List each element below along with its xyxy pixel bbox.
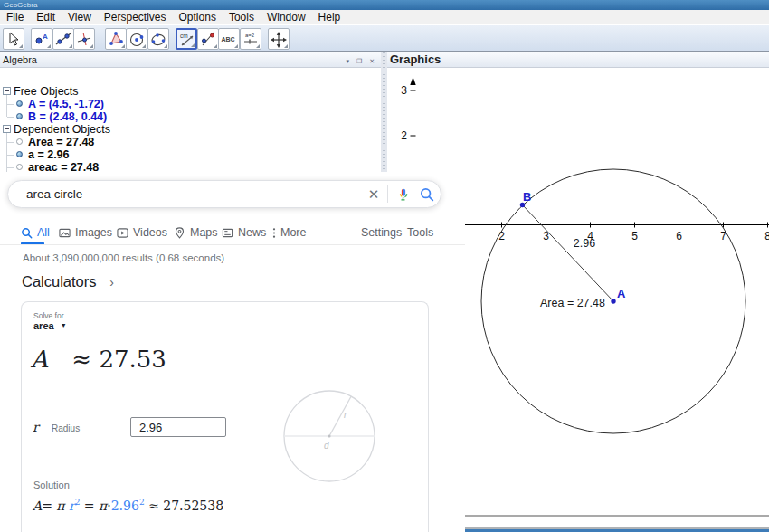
visibility-marble-icon[interactable] [16,113,23,119]
point-tool-button[interactable]: A [31,28,52,50]
algebra-group-dependent-objects[interactable]: Dependent Objects [0,123,381,136]
circle-tool-button[interactable] [126,28,147,50]
y-tick-label: 3 [401,84,407,97]
settings-menu[interactable]: Settings [361,223,402,242]
x-tick-label: 8 [764,230,769,242]
circle-diagram: r d [282,389,376,483]
abc-label: ABC [222,36,235,43]
tab-label: News [238,226,266,239]
tab-news[interactable]: News [222,223,266,242]
ellipse-tool-button[interactable] [147,28,169,50]
chevron-right-icon: › [109,275,114,290]
point-A[interactable] [611,299,615,303]
menu-tools[interactable]: Tools [229,11,254,24]
perpendicular-line-tool-button[interactable] [73,28,95,50]
tools-menu[interactable]: Tools [407,223,433,242]
menu-options[interactable]: Options [179,11,216,24]
center-dot [328,434,330,437]
tool-dropdown-arrow[interactable] [284,44,288,48]
menu-edit[interactable]: Edit [36,11,55,24]
clear-search-icon[interactable]: ✕ [365,185,383,204]
reflect-tool-button[interactable] [197,28,219,50]
tool-dropdown-arrow[interactable] [90,44,93,48]
tab-all[interactable]: All [21,223,50,242]
tool-dropdown-arrow[interactable] [142,44,146,48]
line-tool-button[interactable] [52,28,74,50]
diagram-radius-label: r [344,410,347,420]
menu-view[interactable]: View [68,11,91,24]
formula-radius-value[interactable]: 2.96 [111,499,139,513]
diagram-diameter-label: d [324,441,329,451]
formula-r: r [69,499,75,513]
move-graphics-view-tool-button[interactable] [268,28,290,50]
algebra-item-text: A = (4.5, -1.72) [28,98,104,110]
algebra-item-text: B = (2.48, 0.44) [28,110,107,123]
formula-pi: π [56,499,64,513]
search-icon [21,227,33,239]
tool-dropdown-arrow[interactable] [256,44,260,48]
algebra-item-Area[interactable]: Area = 27.48 [0,136,381,148]
algebra-item-text: Area = 27.48 [28,136,94,148]
formula-result: ≈ 27.52538 [148,499,223,513]
tool-dropdown-arrow[interactable] [121,44,125,48]
slider-tool-button[interactable]: a=2 [240,28,261,50]
tab-label: All [37,226,50,239]
visibility-marble-icon[interactable] [16,151,23,157]
graphics-panel-title: Graphics [390,52,441,66]
search-submit-icon[interactable] [419,186,435,206]
algebra-panel-header-buttons[interactable]: ▾ ❐ ✕ [346,54,377,69]
chevron-down-icon: ▼ [61,322,67,328]
segment-a[interactable] [523,205,614,302]
tab-label: Maps [190,226,218,239]
polygon-tool-button[interactable] [105,28,127,50]
menu-perspectives[interactable]: Perspectives [104,11,166,24]
search-box[interactable]: area circle ✕ [7,180,441,208]
tabs-divider [0,244,465,245]
distance-tool-button[interactable]: cm [176,28,197,50]
tool-dropdown-arrow[interactable] [164,44,167,48]
graphics-panel-header: Graphics [387,52,769,68]
visibility-marble-icon[interactable] [16,100,23,107]
algebra-item-a[interactable]: a = 2.96 [0,148,381,161]
visibility-marble-icon[interactable] [16,138,23,145]
collapse-box-icon[interactable] [3,87,11,95]
google-search-window: area circle ✕ [0,172,465,532]
results-stats: About 3,090,000,000 results (0.68 second… [23,252,224,263]
calculators-section-link[interactable]: Calculators › [22,273,114,290]
tool-dropdown-arrow[interactable] [69,44,72,48]
algebra-item-A[interactable]: A = (4.5, -1.72) [0,98,381,110]
solve-for-label: Solve for [33,311,64,320]
settings-label: Settings [361,226,402,239]
menu-window[interactable]: Window [267,11,306,24]
search-query-text[interactable]: area circle [26,187,82,201]
point-A-label: A [617,287,626,300]
algebra-group-free-objects[interactable]: Free Objects [0,85,381,98]
visibility-marble-icon[interactable] [16,164,23,170]
menu-file[interactable]: File [6,11,24,24]
tab-videos[interactable]: Videos [117,223,167,242]
move-tool-button[interactable] [3,28,24,50]
algebra-item-B[interactable]: B = (2.48, 0.44) [0,110,381,123]
solve-for-dropdown[interactable]: area ▼ [33,320,67,331]
formula-exponent: 2 [75,498,81,507]
menu-help[interactable]: Help [318,11,341,24]
text-tool-button[interactable]: ABC [218,28,240,50]
tab-images[interactable]: Images [59,223,112,242]
radius-label: Radius [52,423,80,433]
voice-search-icon[interactable] [396,186,411,208]
radius-input[interactable] [130,417,226,437]
formula-pi: π [99,499,107,513]
collapse-box-icon[interactable] [3,125,11,133]
tool-dropdown-arrow[interactable] [47,44,51,48]
tab-label: Images [75,226,112,239]
tool-dropdown-arrow[interactable] [191,43,195,47]
point-B-label: B [523,190,531,204]
tool-dropdown-arrow[interactable] [234,44,238,48]
tab-maps[interactable]: Maps [174,223,218,242]
group-label: Dependent Objects [14,123,110,136]
tool-dropdown-arrow[interactable] [19,44,23,48]
geogebra-toolbar: A [0,25,769,52]
tab-more[interactable]: More [272,223,306,242]
tool-dropdown-arrow[interactable] [214,44,217,48]
algebra-panel-title: Algebra [3,54,37,65]
